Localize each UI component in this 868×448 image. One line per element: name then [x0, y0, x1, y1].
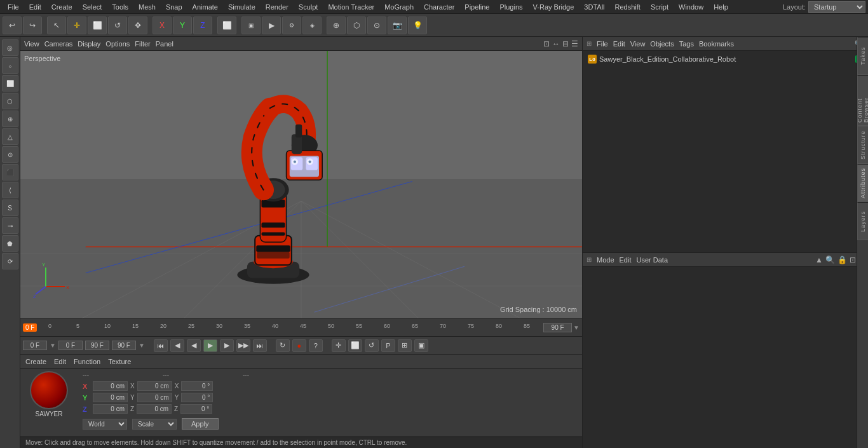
vp-menu-cameras[interactable]: Cameras [44, 40, 73, 48]
menu-sculpt[interactable]: Sculpt [294, 2, 323, 12]
play-button[interactable]: ▶ [203, 339, 217, 352]
rot-z-input[interactable] [180, 404, 212, 414]
select-tool-button[interactable]: ↖ [47, 17, 66, 34]
menu-simulate[interactable]: Simulate [223, 2, 261, 12]
menu-redshift[interactable]: Redshift [610, 2, 646, 12]
camera-button[interactable]: 📷 [388, 17, 407, 34]
rb-icon-1[interactable]: ▲ [815, 255, 823, 264]
rm-file[interactable]: File [597, 40, 608, 48]
menu-window[interactable]: Window [674, 2, 709, 12]
rot-x-input[interactable] [181, 381, 213, 391]
left-tool-7[interactable]: ⊙ [2, 146, 18, 163]
world-dropdown[interactable]: World [83, 419, 127, 430]
left-tool-10[interactable]: S [2, 200, 18, 216]
rm-edit[interactable]: Edit [613, 40, 625, 48]
vtab-takes[interactable]: Takes [857, 37, 868, 75]
render-output-button[interactable]: ◈ [302, 17, 322, 34]
pb-p-tool[interactable]: P [381, 339, 395, 352]
timeline-ruler[interactable]: 0 5 10 15 20 25 30 35 40 45 50 55 60 65 … [48, 319, 531, 336]
pb-rotate-tool[interactable]: ↺ [365, 339, 379, 352]
left-tool-5[interactable]: ⊕ [2, 111, 18, 127]
left-tool-11[interactable]: ⊸ [2, 217, 18, 234]
loop-button[interactable]: ↻ [276, 339, 290, 352]
timeline[interactable]: 0 F 0 5 10 15 20 25 30 35 40 45 50 55 60… [20, 318, 582, 336]
rb-icon-2[interactable]: 🔍 [825, 255, 835, 264]
rb-mode[interactable]: Mode [597, 256, 614, 264]
pos-y2-input[interactable] [137, 393, 172, 402]
left-tool-13[interactable]: ⟳ [2, 253, 18, 269]
shape3-button[interactable]: ⊙ [367, 17, 386, 34]
help-button[interactable]: ? [309, 339, 323, 352]
end-frame-input[interactable] [85, 341, 109, 350]
rot-y-input[interactable] [181, 393, 213, 402]
axis-x-button[interactable]: X [153, 17, 172, 34]
pos-x-input[interactable] [93, 381, 128, 391]
prev-frame-button[interactable]: ◀ [170, 339, 184, 352]
menu-help[interactable]: Help [709, 2, 733, 12]
rm-objects[interactable]: Objects [650, 40, 674, 48]
menu-pipeline[interactable]: Pipeline [459, 2, 494, 12]
rb-user-data[interactable]: User Data [637, 256, 668, 264]
record-button[interactable]: ● [292, 339, 306, 352]
axis-z-button[interactable]: Z [193, 17, 212, 34]
menu-animate[interactable]: Animate [187, 2, 223, 12]
pb-move-tool[interactable]: ✛ [332, 339, 346, 352]
rb-icon-4[interactable]: ⊡ [850, 255, 856, 264]
menu-select[interactable]: Select [78, 2, 107, 12]
move-tool-button[interactable]: ✛ [67, 17, 86, 34]
end-frame-input2[interactable] [112, 341, 136, 350]
render-region-button[interactable]: ▣ [241, 17, 261, 34]
menu-plugins[interactable]: Plugins [494, 2, 527, 12]
menu-mesh[interactable]: Mesh [133, 2, 161, 12]
material-sphere[interactable] [30, 371, 68, 409]
menu-vray-bridge[interactable]: V-Ray Bridge [528, 2, 580, 12]
pos-x2-input[interactable] [137, 381, 172, 391]
left-tool-8[interactable]: ⬛ [2, 164, 18, 180]
apply-button[interactable]: Apply [182, 418, 219, 430]
object-mode-button[interactable]: ⬜ [217, 17, 236, 34]
redo-button[interactable]: ↪ [23, 17, 42, 34]
layout-select[interactable]: Startup [808, 1, 865, 13]
undo-button[interactable]: ↩ [3, 17, 22, 34]
tab-function[interactable]: Function [74, 358, 100, 365]
scale-tool-button[interactable]: ⬜ [88, 17, 107, 34]
menu-snap[interactable]: Snap [161, 2, 187, 12]
rm-tags[interactable]: Tags [679, 40, 694, 48]
start-frame-input[interactable] [58, 341, 83, 350]
left-tool-3[interactable]: ⬜ [2, 75, 18, 92]
timeline-end-frame-input[interactable] [543, 323, 572, 332]
first-frame-button[interactable]: ⏮ [154, 339, 168, 352]
vtab-structure[interactable]: Structure [857, 126, 868, 164]
vp-icon-3[interactable]: ⊟ [562, 39, 569, 48]
rotate-tool-button[interactable]: ↺ [108, 17, 127, 34]
vp-menu-view[interactable]: View [24, 40, 39, 48]
left-tool-12[interactable]: ⬟ [2, 235, 18, 252]
transform-tool-button[interactable]: ✥ [128, 17, 147, 34]
left-tool-9[interactable]: ⟨ [2, 182, 18, 198]
menu-file[interactable]: File [3, 2, 24, 12]
menu-render[interactable]: Render [261, 2, 294, 12]
pb-grid-tool[interactable]: ⊞ [398, 339, 412, 352]
vp-icon-1[interactable]: ⊡ [543, 39, 550, 48]
vp-menu-panel[interactable]: Panel [156, 40, 173, 48]
rb-icon-3[interactable]: 🔒 [837, 255, 847, 264]
light-button[interactable]: 💡 [408, 17, 427, 34]
rm-bookmarks[interactable]: Bookmarks [699, 40, 734, 48]
tab-edit[interactable]: Edit [54, 358, 66, 365]
render-settings-button[interactable]: ⚙ [282, 17, 301, 34]
rm-view[interactable]: View [630, 40, 646, 48]
menu-script[interactable]: Script [646, 2, 674, 12]
vp-menu-display[interactable]: Display [78, 40, 100, 48]
pb-render-tool[interactable]: ▣ [414, 339, 428, 352]
menu-edit[interactable]: Edit [24, 2, 46, 12]
left-tool-1[interactable]: ◎ [2, 39, 18, 56]
menu-character[interactable]: Character [419, 2, 459, 12]
vp-menu-options[interactable]: Options [105, 40, 130, 48]
tab-create[interactable]: Create [25, 358, 46, 365]
shape1-button[interactable]: ⊕ [327, 17, 346, 34]
tab-texture[interactable]: Texture [108, 358, 131, 365]
vp-menu-filter[interactable]: Filter [135, 40, 150, 48]
left-tool-6[interactable]: △ [2, 128, 18, 145]
vtab-layers[interactable]: Layers [857, 202, 868, 240]
axis-y-button[interactable]: Y [173, 17, 192, 34]
